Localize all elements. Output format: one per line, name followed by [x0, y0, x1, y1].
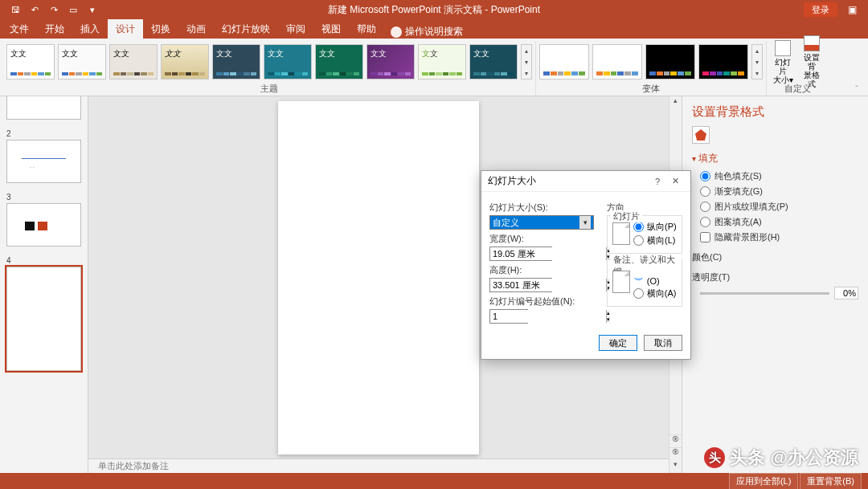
- theme-thumb[interactable]: 文文: [469, 44, 518, 79]
- apply-all-button[interactable]: 应用到全部(L): [729, 473, 798, 490]
- tab-view[interactable]: 视图: [313, 19, 349, 39]
- slides-orientation-group: 幻灯片 纵向(P) 横向(L): [607, 215, 682, 254]
- theme-thumb[interactable]: 文文: [366, 44, 415, 79]
- scroll-up-icon[interactable]: ▴: [669, 96, 682, 109]
- slide-size-label: 幻灯片大小▾: [772, 58, 794, 84]
- notes-placeholder[interactable]: 单击此处添加备注: [88, 458, 669, 473]
- help-icon[interactable]: ?: [649, 177, 666, 186]
- tab-transitions[interactable]: 切换: [143, 19, 178, 39]
- theme-thumb[interactable]: 文文: [212, 44, 260, 79]
- save-icon[interactable]: 🖫: [6, 2, 24, 18]
- dialog-title: 幻灯片大小: [488, 174, 649, 188]
- window-controls: 登录 ▣ —: [804, 2, 863, 18]
- variants-gallery: ▴▾▾: [539, 41, 763, 83]
- variant-thumb[interactable]: [539, 44, 589, 79]
- slide-number: 4: [6, 256, 81, 265]
- format-background-pane: 设置背景格式 填充 纯色填充(S) 渐变填充(G) 图片或纹理填充(P) 图案填…: [682, 96, 868, 473]
- ribbon-tabs: 文件 开始 插入 设计 切换 动画 幻灯片放映 审阅 视图 帮助 操作说明搜索: [0, 19, 868, 39]
- group-variants: ▴▾▾ 变体: [536, 41, 767, 96]
- size-select[interactable]: 自定义 ▾: [489, 215, 594, 230]
- slides-legend: 幻灯片: [611, 210, 642, 222]
- theme-thumb[interactable]: 文文: [6, 44, 55, 79]
- slide-thumbnail[interactable]: [6, 267, 81, 371]
- scroll-down-icon[interactable]: ▾: [669, 460, 682, 473]
- radio-pattern-fill[interactable]: 图案填充(A): [700, 216, 858, 228]
- start-from-beginning-icon[interactable]: ▭: [64, 2, 82, 18]
- dialog-titlebar[interactable]: 幻灯片大小 ? ✕: [481, 171, 690, 192]
- variant-thumb[interactable]: [698, 44, 748, 79]
- radio-solid-fill[interactable]: 纯色填充(S): [700, 170, 858, 182]
- next-slide-icon[interactable]: ⦿: [669, 447, 682, 460]
- quick-access-toolbar: 🖫 ↶ ↷ ▭ ▾: [6, 2, 101, 18]
- fill-section-header[interactable]: 填充: [692, 152, 858, 165]
- width-input[interactable]: [490, 247, 606, 260]
- slide-thumbnail[interactable]: [6, 203, 81, 247]
- close-icon[interactable]: ✕: [666, 176, 684, 186]
- tab-design[interactable]: 设计: [108, 19, 143, 39]
- height-spinner[interactable]: ▴▾: [489, 278, 552, 292]
- pane-title: 设置背景格式: [692, 104, 858, 120]
- slide-size-dialog: 幻灯片大小 ? ✕ 幻灯片大小(S): 自定义 ▾ 宽度(W): ▴▾ 高度(H…: [481, 170, 691, 360]
- radio-gradient-fill[interactable]: 渐变填充(G): [700, 185, 858, 198]
- group-label-themes: 主题: [260, 83, 278, 94]
- cancel-button[interactable]: 取消: [644, 335, 682, 351]
- slide-size-icon: [775, 40, 791, 56]
- radio-notes-landscape[interactable]: 横向(A): [633, 287, 677, 300]
- tab-home[interactable]: 开始: [37, 19, 72, 39]
- transparency-slider[interactable]: [700, 292, 829, 295]
- watermark-icon: 头: [704, 447, 725, 468]
- tab-insert[interactable]: 插入: [72, 19, 108, 39]
- slide-canvas[interactable]: [278, 101, 479, 454]
- tab-slideshow[interactable]: 幻灯片放映: [214, 19, 278, 39]
- tab-animations[interactable]: 动画: [178, 19, 214, 39]
- slide-size-button[interactable]: 幻灯片大小▾: [770, 39, 796, 86]
- height-label: 高度(H):: [489, 264, 599, 276]
- redo-icon[interactable]: ↷: [45, 2, 63, 18]
- tab-review[interactable]: 审阅: [278, 19, 313, 39]
- theme-thumb[interactable]: 文文: [264, 44, 312, 79]
- variants-more-button[interactable]: ▴▾▾: [751, 44, 763, 79]
- radio-picture-fill[interactable]: 图片或纹理填充(P): [700, 201, 858, 213]
- reset-bg-button[interactable]: 重置背景(B): [800, 473, 862, 490]
- ribbon-display-icon[interactable]: ▣: [841, 2, 863, 18]
- radio-slides-portrait[interactable]: 纵向(P): [633, 221, 677, 233]
- checkbox-hide-bg[interactable]: 隐藏背景图形(H): [700, 231, 858, 243]
- slide-thumbnails-panel[interactable]: 1 2 - - 3 4: [0, 96, 88, 473]
- slide-number: 3: [6, 193, 81, 202]
- slide-thumbnail[interactable]: [6, 96, 81, 120]
- status-bar: 应用到全部(L) 重置背景(B): [0, 473, 868, 489]
- number-from-spinner[interactable]: ▴▾: [489, 309, 528, 324]
- theme-thumb[interactable]: 文文: [161, 44, 209, 79]
- collapse-ribbon-icon[interactable]: ˇ: [849, 41, 865, 96]
- ribbon: 文文 文文 文文 文文 文文 文文 文文 文文 文文 文文 ▴▾▾ 主题 ▴▾▾…: [0, 39, 868, 96]
- page-portrait-icon: [612, 271, 630, 293]
- tell-me-label: 操作说明搜索: [405, 25, 463, 39]
- theme-thumb[interactable]: 文文: [418, 44, 466, 79]
- page-portrait-icon: [612, 222, 630, 245]
- ok-button[interactable]: 确定: [599, 335, 637, 351]
- fill-bucket-icon[interactable]: [692, 126, 710, 144]
- width-spinner[interactable]: ▴▾: [489, 247, 552, 261]
- tab-file[interactable]: 文件: [2, 19, 37, 39]
- watermark-text: 头条 @办公资源: [730, 446, 858, 470]
- title-bar: 🖫 ↶ ↷ ▭ ▾ 新建 Microsoft PowerPoint 演示文稿 -…: [0, 0, 868, 19]
- theme-thumb[interactable]: 文文: [315, 44, 363, 79]
- prev-slide-icon[interactable]: ⦿: [669, 434, 682, 447]
- themes-gallery: 文文 文文 文文 文文 文文 文文 文文 文文 文文 文文 ▴▾▾: [6, 41, 532, 83]
- login-button[interactable]: 登录: [804, 2, 837, 17]
- transparency-value[interactable]: 0%: [834, 287, 858, 300]
- themes-more-button[interactable]: ▴▾▾: [521, 44, 532, 79]
- tab-help[interactable]: 帮助: [349, 19, 384, 39]
- number-from-input[interactable]: [490, 310, 606, 323]
- tell-me-search[interactable]: 操作说明搜索: [391, 25, 463, 39]
- undo-icon[interactable]: ↶: [26, 2, 43, 18]
- theme-thumb[interactable]: 文文: [58, 44, 106, 79]
- slide-thumbnail[interactable]: - -: [6, 140, 81, 183]
- qat-more-icon[interactable]: ▾: [84, 2, 101, 18]
- height-input[interactable]: [490, 279, 606, 291]
- variant-thumb[interactable]: [592, 44, 642, 79]
- theme-thumb[interactable]: 文文: [109, 44, 158, 79]
- variant-thumb[interactable]: [645, 44, 695, 79]
- format-background-button[interactable]: 设置背景格式: [799, 34, 825, 90]
- radio-slides-landscape[interactable]: 横向(L): [633, 234, 677, 247]
